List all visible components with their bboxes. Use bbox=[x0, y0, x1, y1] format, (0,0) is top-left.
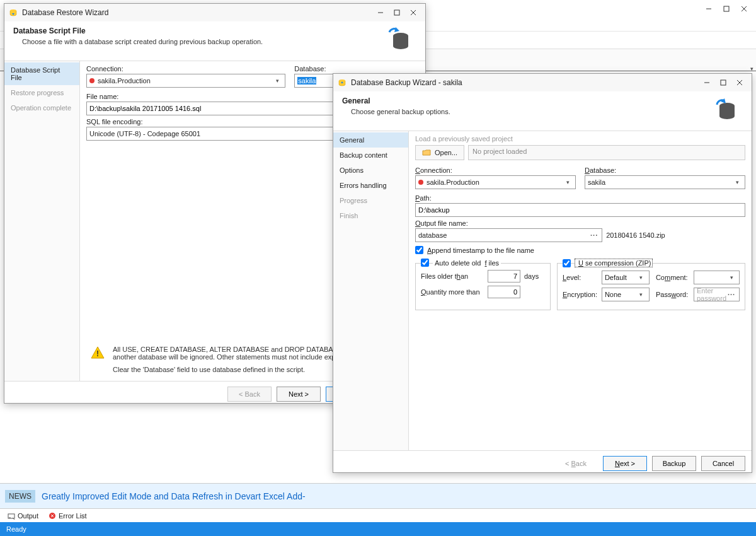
backup-connection-value: sakila.Production bbox=[427, 178, 563, 186]
use-compression-label: Use compression (ZIP) bbox=[575, 259, 653, 267]
backup-minimize[interactable] bbox=[699, 76, 715, 89]
encryption-label: Encryption: bbox=[563, 291, 598, 298]
toolbar-overflow-arrow[interactable]: ▾ bbox=[750, 66, 753, 72]
error-list-tab[interactable]: Error List bbox=[45, 511, 91, 521]
restore-nav: Database Script File Restore progress Op… bbox=[4, 61, 80, 381]
auto-delete-group: Auto delete old files Files older than d… bbox=[415, 263, 551, 310]
backup-titlebar[interactable]: Database Backup Wizard - sakila bbox=[333, 74, 752, 91]
restore-header-graphic bbox=[382, 26, 413, 53]
backup-icon bbox=[337, 78, 347, 88]
project-loaded-display: No project loaded bbox=[468, 145, 745, 160]
restore-icon bbox=[8, 8, 18, 18]
backup-connection-combo[interactable]: sakila.Production ▾ bbox=[415, 175, 576, 189]
backup-connection-label: Connection: bbox=[415, 166, 576, 174]
backup-next-button[interactable]: Next > bbox=[603, 456, 647, 471]
level-label: Level: bbox=[563, 274, 598, 281]
backup-nav-finish: Finish bbox=[333, 208, 408, 223]
svg-rect-32 bbox=[721, 80, 726, 85]
backup-database-label: Database: bbox=[585, 166, 745, 174]
backup-backup-button[interactable]: Backup bbox=[652, 456, 696, 471]
backup-header: General Choose general backup options. bbox=[333, 91, 752, 131]
svg-rect-2 bbox=[724, 6, 729, 11]
backup-title: Database Backup Wizard - sakila bbox=[351, 78, 699, 87]
backup-output-suffix: 20180416 1540.zip bbox=[606, 231, 745, 239]
bottom-tabs: Output Error List bbox=[0, 508, 756, 522]
compression-group: Use compression (ZIP) Level: Default▾ Co… bbox=[557, 263, 745, 310]
level-combo[interactable]: Default▾ bbox=[602, 271, 650, 284]
qty-input[interactable] bbox=[488, 286, 520, 298]
output-tab[interactable]: Output bbox=[4, 511, 42, 521]
svg-rect-25 bbox=[394, 10, 399, 15]
open-project-label: Open... bbox=[435, 149, 457, 156]
warning-icon: ! bbox=[90, 346, 105, 361]
restore-title: Database Restore Wizard bbox=[22, 8, 372, 17]
restore-connection-combo[interactable]: sakila.Production ▾ bbox=[86, 74, 285, 88]
backup-nav-options[interactable]: Options bbox=[333, 163, 408, 178]
svg-text:!: ! bbox=[96, 349, 99, 358]
backup-database-value: sakila bbox=[588, 178, 732, 186]
older-than-input[interactable] bbox=[488, 270, 520, 283]
restore-maximize[interactable] bbox=[389, 6, 405, 19]
restore-nav-script-file[interactable]: Database Script File bbox=[4, 62, 79, 85]
restore-header-desc: Choose a file with a database script cre… bbox=[13, 38, 382, 45]
auto-delete-checkbox[interactable] bbox=[421, 259, 429, 267]
backup-footer: < Back Next > Backup Cancel bbox=[333, 450, 752, 475]
chevron-down-icon[interactable]: ▾ bbox=[272, 78, 282, 84]
backup-nav-general[interactable]: General bbox=[333, 132, 408, 148]
older-than-label: Files older than bbox=[421, 272, 484, 280]
status-bar: Ready bbox=[0, 522, 756, 536]
restore-minimize[interactable] bbox=[372, 6, 389, 19]
backup-maximize[interactable] bbox=[715, 76, 731, 89]
password-label: Password: bbox=[656, 291, 690, 298]
restore-nav-complete: Operation complete bbox=[4, 100, 79, 115]
minimize-button[interactable] bbox=[701, 3, 717, 15]
close-button[interactable] bbox=[736, 3, 752, 15]
folder-open-icon bbox=[422, 148, 431, 157]
backup-cancel-button[interactable]: Cancel bbox=[701, 456, 745, 471]
restore-titlebar[interactable]: Database Restore Wizard bbox=[4, 4, 425, 21]
chevron-down-icon[interactable]: ▾ bbox=[563, 179, 573, 185]
load-project-label: Load a previously saved project bbox=[415, 135, 745, 143]
maximize-button[interactable] bbox=[718, 3, 735, 15]
restore-connection-label: Connection: bbox=[86, 65, 285, 73]
backup-close[interactable] bbox=[731, 76, 748, 89]
output-icon bbox=[8, 512, 15, 520]
output-tab-label: Output bbox=[18, 512, 38, 520]
append-timestamp-checkbox[interactable] bbox=[415, 246, 423, 254]
chevron-down-icon[interactable]: ▾ bbox=[732, 179, 742, 185]
backup-path-label: Path: bbox=[415, 194, 745, 202]
backup-output-combo[interactable]: database ··· bbox=[415, 228, 602, 242]
open-project-button[interactable]: Open... bbox=[415, 145, 464, 160]
restore-connection-value: sakila.Production bbox=[98, 77, 272, 84]
backup-database-combo[interactable]: sakila ▾ bbox=[585, 175, 745, 189]
restore-back-button: < Back bbox=[227, 387, 272, 402]
news-headline-link[interactable]: Greatly Improved Edit Mode and Data Refr… bbox=[42, 491, 306, 501]
password-input[interactable]: Enter password ··· bbox=[694, 288, 740, 301]
backup-path-input[interactable] bbox=[415, 203, 745, 217]
ellipsis-icon[interactable]: ··· bbox=[589, 231, 599, 239]
older-than-unit: days bbox=[524, 272, 539, 280]
error-list-tab-label: Error List bbox=[59, 512, 87, 520]
status-text: Ready bbox=[6, 525, 26, 533]
restore-header-title: Database Script File bbox=[13, 26, 382, 35]
backup-nav-content[interactable]: Backup content bbox=[333, 148, 408, 163]
ellipsis-icon[interactable]: ··· bbox=[726, 291, 736, 298]
restore-close[interactable] bbox=[405, 6, 421, 19]
backup-output-value: database bbox=[418, 231, 589, 239]
backup-header-title: General bbox=[342, 96, 709, 105]
comment-label: Comment: bbox=[656, 274, 690, 281]
use-compression-checkbox[interactable] bbox=[563, 259, 571, 267]
backup-wizard-window: Database Backup Wizard - sakila General … bbox=[333, 73, 752, 473]
append-timestamp-label: Append timestamp to the file name bbox=[427, 247, 534, 254]
restore-next-button[interactable]: Next > bbox=[277, 387, 321, 402]
restore-nav-progress: Restore progress bbox=[4, 85, 79, 100]
backup-header-graphic bbox=[709, 96, 739, 123]
backup-nav: General Backup content Options Errors ha… bbox=[333, 131, 409, 450]
backup-header-desc: Choose general backup options. bbox=[342, 108, 709, 115]
comment-combo[interactable]: ▾ bbox=[694, 271, 740, 284]
backup-nav-errors[interactable]: Errors handling bbox=[333, 178, 408, 193]
error-icon bbox=[49, 512, 56, 520]
connection-status-icon bbox=[418, 180, 423, 185]
news-bar: NEWS Greatly Improved Edit Mode and Data… bbox=[0, 483, 756, 508]
encryption-combo[interactable]: None▾ bbox=[602, 288, 650, 301]
